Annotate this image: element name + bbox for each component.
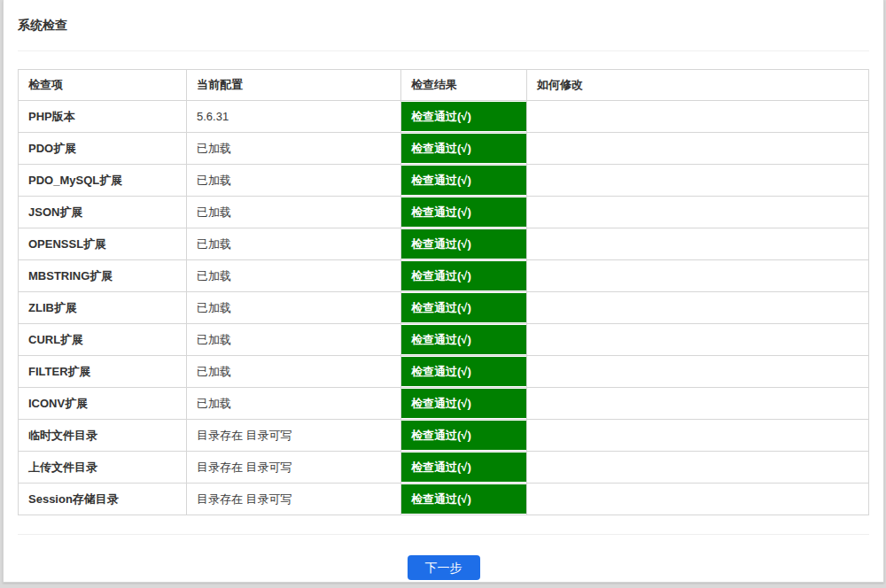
- current-config-value: 目录存在 目录可写: [187, 452, 401, 484]
- check-result-cell: 检查通过(√): [401, 356, 527, 388]
- current-config-value: 已加载: [187, 133, 401, 165]
- table-row: PHP版本 5.6.31 检查通过(√): [19, 101, 869, 133]
- check-result-cell: 检查通过(√): [401, 388, 527, 420]
- fix-hint-cell: [527, 101, 869, 133]
- table-row: MBSTRING扩展 已加载 检查通过(√): [19, 260, 869, 292]
- table-row: PDO_MySQL扩展 已加载 检查通过(√): [19, 165, 869, 197]
- check-result-cell: 检查通过(√): [401, 165, 527, 197]
- check-item-label: CURL扩展: [19, 324, 187, 356]
- table-row: CURL扩展 已加载 检查通过(√): [19, 324, 869, 356]
- check-item-label: ICONV扩展: [19, 388, 187, 420]
- table-row: PDO扩展 已加载 检查通过(√): [19, 133, 869, 165]
- check-item-label: ZLIB扩展: [19, 292, 187, 324]
- table-row: ICONV扩展 已加载 检查通过(√): [19, 388, 869, 420]
- check-result-cell: 检查通过(√): [401, 324, 527, 356]
- current-config-value: 目录存在 目录可写: [187, 484, 401, 515]
- pass-badge: 检查通过(√): [401, 421, 526, 450]
- check-item-label: FILTER扩展: [19, 356, 187, 388]
- pass-badge: 检查通过(√): [401, 453, 526, 482]
- pass-badge: 检查通过(√): [401, 102, 526, 131]
- system-check-table: 检查项 当前配置 检查结果 如何修改 PHP版本 5.6.31 检查通过(√) …: [18, 69, 869, 515]
- fix-hint-cell: [527, 484, 869, 515]
- pass-badge: 检查通过(√): [401, 484, 526, 514]
- current-config-value: 已加载: [187, 228, 401, 260]
- fix-hint-cell: [527, 324, 869, 356]
- check-result-cell: 检查通过(√): [401, 197, 527, 228]
- check-item-label: JSON扩展: [19, 197, 187, 228]
- table-body: PHP版本 5.6.31 检查通过(√) PDO扩展 已加载 检查通过(√) P…: [19, 101, 869, 515]
- pass-badge: 检查通过(√): [401, 134, 526, 163]
- pass-badge: 检查通过(√): [401, 229, 526, 259]
- current-config-value: 已加载: [187, 165, 401, 197]
- table-row: OPENSSL扩展 已加载 检查通过(√): [19, 228, 869, 260]
- fix-hint-cell: [527, 452, 869, 484]
- pass-badge: 检查通过(√): [401, 389, 526, 418]
- table-row: 上传文件目录 目录存在 目录可写 检查通过(√): [19, 452, 869, 484]
- button-row: 下一步: [18, 555, 869, 580]
- table-row: JSON扩展 已加载 检查通过(√): [19, 197, 869, 228]
- check-result-cell: 检查通过(√): [401, 260, 527, 292]
- pass-badge: 检查通过(√): [401, 325, 526, 354]
- check-item-label: OPENSSL扩展: [19, 228, 187, 260]
- header-check-result: 检查结果: [401, 70, 527, 101]
- check-result-cell: 检查通过(√): [401, 292, 527, 324]
- pass-badge: 检查通过(√): [401, 357, 526, 386]
- check-item-label: 上传文件目录: [19, 452, 187, 484]
- fix-hint-cell: [527, 356, 869, 388]
- table-divider: [18, 534, 869, 535]
- check-item-label: PDO扩展: [19, 133, 187, 165]
- fix-hint-cell: [527, 292, 869, 324]
- current-config-value: 已加载: [187, 324, 401, 356]
- fix-hint-cell: [527, 165, 869, 197]
- system-check-panel: 系统检查 检查项 当前配置 检查结果 如何修改 PHP版本 5.6.31 检查通…: [3, 0, 884, 583]
- page-title: 系统检查: [18, 18, 869, 32]
- pass-badge: 检查通过(√): [401, 166, 526, 195]
- check-result-cell: 检查通过(√): [401, 420, 527, 452]
- check-item-label: PDO_MySQL扩展: [19, 165, 187, 197]
- header-check-item: 检查项: [19, 70, 187, 101]
- fix-hint-cell: [527, 420, 869, 452]
- current-config-value: 已加载: [187, 260, 401, 292]
- current-config-value: 已加载: [187, 356, 401, 388]
- header-how-to-fix: 如何修改: [527, 70, 869, 101]
- pass-badge: 检查通过(√): [401, 293, 526, 322]
- header-current-config: 当前配置: [187, 70, 401, 101]
- current-config-value: 已加载: [187, 292, 401, 324]
- table-row: Session存储目录 目录存在 目录可写 检查通过(√): [19, 484, 869, 515]
- check-result-cell: 检查通过(√): [401, 228, 527, 260]
- fix-hint-cell: [527, 388, 869, 420]
- fix-hint-cell: [527, 228, 869, 260]
- table-row: 临时文件目录 目录存在 目录可写 检查通过(√): [19, 420, 869, 452]
- check-item-label: PHP版本: [19, 101, 187, 133]
- table-header-row: 检查项 当前配置 检查结果 如何修改: [19, 70, 869, 101]
- pass-badge: 检查通过(√): [401, 261, 526, 290]
- check-result-cell: 检查通过(√): [401, 484, 527, 515]
- check-item-label: MBSTRING扩展: [19, 260, 187, 292]
- table-row: ZLIB扩展 已加载 检查通过(√): [19, 292, 869, 324]
- check-result-cell: 检查通过(√): [401, 133, 527, 165]
- check-item-label: Session存储目录: [19, 484, 187, 515]
- current-config-value: 目录存在 目录可写: [187, 420, 401, 452]
- current-config-value: 已加载: [187, 388, 401, 420]
- check-result-cell: 检查通过(√): [401, 452, 527, 484]
- fix-hint-cell: [527, 133, 869, 165]
- check-item-label: 临时文件目录: [19, 420, 187, 452]
- current-config-value: 已加载: [187, 197, 401, 228]
- current-config-value: 5.6.31: [187, 101, 401, 133]
- pass-badge: 检查通过(√): [401, 197, 526, 227]
- fix-hint-cell: [527, 197, 869, 228]
- table-row: FILTER扩展 已加载 检查通过(√): [19, 356, 869, 388]
- next-step-button[interactable]: 下一步: [408, 555, 480, 580]
- fix-hint-cell: [527, 260, 869, 292]
- check-result-cell: 检查通过(√): [401, 101, 527, 133]
- title-divider: [18, 50, 869, 51]
